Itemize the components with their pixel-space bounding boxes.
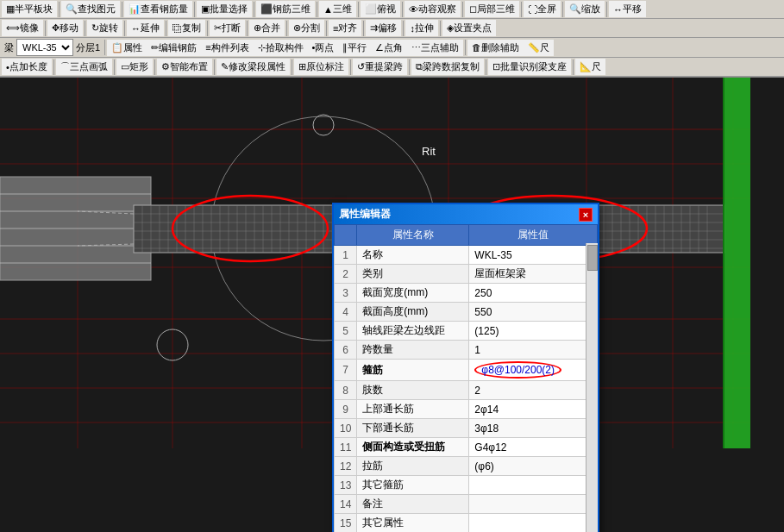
- fullscreen-btn[interactable]: ⛶ 全屏: [524, 1, 561, 17]
- rebar3d-btn[interactable]: ⬛ 钢筋三维: [256, 1, 315, 17]
- split-btn[interactable]: ⊗ 分割: [289, 20, 324, 36]
- find-element-btn[interactable]: 🔍 查找图元: [61, 1, 120, 17]
- scrollbar-thumb[interactable]: [587, 245, 598, 271]
- sep: [521, 2, 522, 17]
- table-row[interactable]: 1名称WKL-35: [335, 246, 598, 265]
- table-row[interactable]: 15其它属性: [335, 514, 598, 533]
- dynamic-observe-btn[interactable]: 👁 动容观察: [405, 1, 461, 17]
- sep: [606, 2, 607, 17]
- row-property-value[interactable]: 250: [469, 284, 598, 303]
- table-row[interactable]: 4截面高度(mm)550: [335, 303, 598, 322]
- row-property-value[interactable]: φ8@100/200(2): [469, 360, 598, 381]
- batch-identify-support-btn[interactable]: ⊡ 批量识别梁支座: [488, 59, 571, 75]
- view-rebar-qty-btn[interactable]: 📊 查看钢筋量: [124, 1, 192, 17]
- zoom-icon: 🔍: [569, 3, 581, 15]
- row-property-value[interactable]: 550: [469, 303, 598, 322]
- point-angle-btn[interactable]: ∠ 点角: [371, 40, 407, 56]
- property-btn[interactable]: 📋 属性: [107, 40, 147, 56]
- toolbar-area: ▦ 半平板块 🔍 查找图元 📊 查看钢筋量 ▣ 批量选择 ⬛ 钢筋三维: [0, 0, 784, 78]
- row-property-value[interactable]: [469, 476, 598, 495]
- copyspan-icon: ⧉: [416, 61, 423, 72]
- rectangle-btn[interactable]: ▭ 矩形: [116, 59, 153, 75]
- halfplate-btn[interactable]: ▦ 半平板块: [2, 1, 57, 17]
- table-row[interactable]: 10下部通长筋3φ18: [335, 419, 598, 438]
- edit-rebar-btn[interactable]: ✏ 编辑钢筋: [147, 40, 201, 56]
- zoom-btn[interactable]: 🔍 缩放: [565, 1, 605, 17]
- merge-btn[interactable]: ⊕ 合并: [249, 20, 285, 36]
- smart-layout-btn[interactable]: ⚙ 智能布置: [157, 59, 212, 75]
- table-row[interactable]: 3截面宽度(mm)250: [335, 284, 598, 303]
- mirror-btn[interactable]: ⟺ 镜像: [2, 20, 43, 36]
- table-row[interactable]: 6跨数量1: [335, 341, 598, 360]
- three-point-arc-btn[interactable]: ⌒ 三点画弧: [56, 59, 112, 75]
- three-point-aux-btn[interactable]: ⋯ 三点辅助: [407, 40, 463, 56]
- parallel-btn[interactable]: ∥ 平行: [338, 40, 371, 56]
- table-row[interactable]: 9上部通长筋2φ14: [335, 400, 598, 419]
- extend-btn[interactable]: ↔ 延伸: [127, 20, 164, 36]
- re-extract-span-btn[interactable]: ↺ 重提梁跨: [353, 59, 407, 75]
- 3d-btn[interactable]: ▲ 三维: [319, 1, 356, 17]
- table-row[interactable]: 14备注: [335, 495, 598, 514]
- row-property-value[interactable]: 2: [469, 381, 598, 400]
- sep: [59, 2, 60, 17]
- dialog-scrollbar[interactable]: [586, 243, 598, 532]
- table-row[interactable]: 12拉筋(φ6): [335, 457, 598, 476]
- sep: [254, 2, 254, 17]
- two-point-btn[interactable]: • 两点: [308, 40, 339, 56]
- property-table: 属性名称 属性值 1名称WKL-352类别屋面框架梁3截面宽度(mm)2504截…: [334, 224, 598, 532]
- mirror-icon: ⟺: [6, 22, 20, 34]
- wkl-annotation: Rit: [422, 145, 436, 158]
- rotate-btn[interactable]: ↻ 旋转: [87, 20, 122, 36]
- set-grip-btn[interactable]: ◈ 设置夹点: [442, 20, 496, 36]
- table-row[interactable]: 11侧面构造或受扭筋G4φ12: [335, 438, 598, 457]
- topview-btn[interactable]: ⬜ 俯视: [361, 1, 400, 17]
- table-row[interactable]: 7箍筋φ8@100/200(2): [335, 360, 598, 381]
- sep: [363, 21, 364, 36]
- row-property-value[interactable]: [469, 495, 598, 514]
- threepoint-icon: ⋯: [411, 42, 421, 53]
- row-id: 14: [335, 495, 357, 514]
- sep: [166, 21, 166, 36]
- local3d-btn[interactable]: ◻ 局部三维: [465, 1, 519, 17]
- delete-aux-btn[interactable]: 🗑 删除辅助: [467, 40, 524, 56]
- beam-select[interactable]: WKL-35: [16, 39, 73, 56]
- row-id: 12: [335, 457, 357, 476]
- row-property-value[interactable]: WKL-35: [469, 246, 598, 265]
- pan-btn[interactable]: ↔ 平移: [609, 1, 646, 17]
- point-add-len-btn[interactable]: • 点加长度: [2, 59, 52, 75]
- ruler-btn[interactable]: 📏 尺: [524, 40, 554, 56]
- component-list-btn[interactable]: ≡ 构件列表: [201, 40, 253, 56]
- row-property-value[interactable]: 1: [469, 341, 598, 360]
- row-property-value[interactable]: G4φ12: [469, 438, 598, 457]
- offset-btn[interactable]: ⇉ 偏移: [366, 20, 401, 36]
- original-annotation-btn[interactable]: ⊞ 原位标注: [294, 59, 348, 75]
- move-btn[interactable]: ✥ 移动: [47, 20, 83, 36]
- dialog-close-button[interactable]: ×: [579, 208, 593, 222]
- sep: [247, 21, 248, 36]
- table-row[interactable]: 13其它箍筋: [335, 476, 598, 495]
- ruler2-btn[interactable]: 📐 尺: [575, 59, 605, 75]
- table-row[interactable]: 2类别屋面框架梁: [335, 265, 598, 284]
- layer-label: 分层1: [73, 41, 103, 54]
- sep: [286, 21, 287, 36]
- copy-btn[interactable]: ⿻ 复制: [168, 20, 205, 36]
- stretch-btn[interactable]: ↕ 拉伸: [405, 20, 438, 36]
- batch-select-btn[interactable]: ▣ 批量选择: [197, 1, 252, 17]
- table-row[interactable]: 5轴线距梁左边线距(125): [335, 322, 598, 341]
- cad-canvas[interactable]: Rit 属性编辑器 ×: [0, 78, 784, 532]
- align-btn[interactable]: ≡ 对齐: [329, 20, 361, 36]
- row-property-value[interactable]: (φ6): [469, 457, 598, 476]
- row-property-value[interactable]: 2φ14: [469, 400, 598, 419]
- pick-component-btn[interactable]: ⊹ 拾取构件: [254, 40, 308, 56]
- row-property-value[interactable]: (125): [469, 322, 598, 341]
- row-property-value[interactable]: 屋面框架梁: [469, 265, 598, 284]
- table-row[interactable]: 8肢数2: [335, 381, 598, 400]
- row-property-value[interactable]: [469, 514, 598, 533]
- break-btn[interactable]: ✂ 打断: [210, 20, 245, 36]
- row-property-value[interactable]: 3φ18: [469, 419, 598, 438]
- beam-label: 梁: [2, 41, 16, 54]
- sep: [402, 2, 403, 17]
- modify-beam-section-btn[interactable]: ✎ 修改梁段属性: [216, 59, 290, 75]
- copy-span-data-btn[interactable]: ⧉ 梁跨数据复制: [411, 59, 484, 75]
- dialog-titlebar: 属性编辑器 ×: [334, 204, 598, 224]
